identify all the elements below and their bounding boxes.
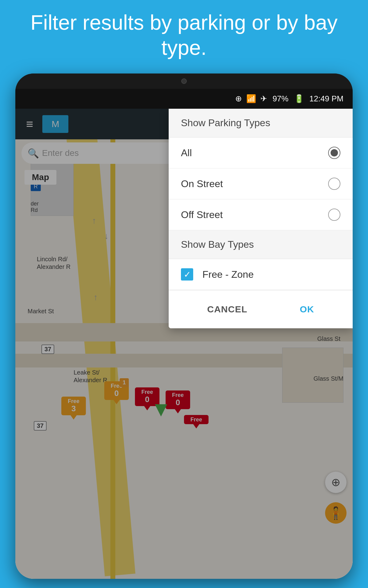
radio-on-street[interactable] — [328, 178, 340, 190]
cancel-button[interactable]: CANCEL — [195, 300, 260, 319]
filter-dialog: Show Parking Types All On Street Off Str… — [169, 109, 353, 328]
parking-option-all-label: All — [181, 147, 192, 159]
wifi-status-icon: 📶 — [246, 94, 256, 104]
parking-types-header: Show Parking Types — [169, 109, 353, 138]
status-bar: ⊕ 📶 ✈ 97% 🔋 12:49 PM — [15, 89, 353, 109]
checkbox-free-zone[interactable]: ✓ — [181, 268, 193, 281]
radio-all[interactable] — [328, 147, 340, 159]
radio-off-street[interactable] — [328, 209, 340, 221]
radio-all-inner — [331, 149, 338, 156]
camera-dot — [181, 78, 187, 84]
battery-text: 97% — [273, 94, 289, 104]
top-header: Filter results by parking or by bay type… — [0, 0, 368, 70]
parking-option-on-street-label: On Street — [181, 178, 223, 190]
dialog-overlay: Show Parking Types All On Street Off Str… — [15, 109, 353, 579]
bay-option-free-zone[interactable]: ✓ Free - Zone — [169, 259, 353, 290]
parking-option-off-street-label: Off Street — [181, 209, 223, 221]
header-title: Filter results by parking or by bay type… — [18, 10, 350, 60]
battery-icon: 🔋 — [294, 94, 304, 104]
device-frame: ⊕ 📶 ✈ 97% 🔋 12:49 PM ≡ M — [15, 74, 353, 579]
airplane-status-icon: ✈ — [260, 94, 267, 104]
bay-option-free-zone-label: Free - Zone — [202, 269, 340, 280]
ok-button[interactable]: OK — [288, 300, 327, 319]
dialog-actions: CANCEL OK — [169, 290, 353, 328]
location-status-icon: ⊕ — [235, 94, 242, 104]
bay-types-header: Show Bay Types — [169, 230, 353, 259]
parking-option-all[interactable]: All — [169, 138, 353, 168]
parking-option-off-street[interactable]: Off Street — [169, 199, 353, 230]
time-text: 12:49 PM — [309, 94, 343, 104]
parking-option-on-street[interactable]: On Street — [169, 168, 353, 199]
app-screen: ≡ M Lincoln Rd/ Alexander R Market St Gl… — [15, 109, 353, 579]
status-icons: ⊕ 📶 ✈ — [235, 94, 267, 104]
device-camera-bar — [15, 74, 353, 89]
